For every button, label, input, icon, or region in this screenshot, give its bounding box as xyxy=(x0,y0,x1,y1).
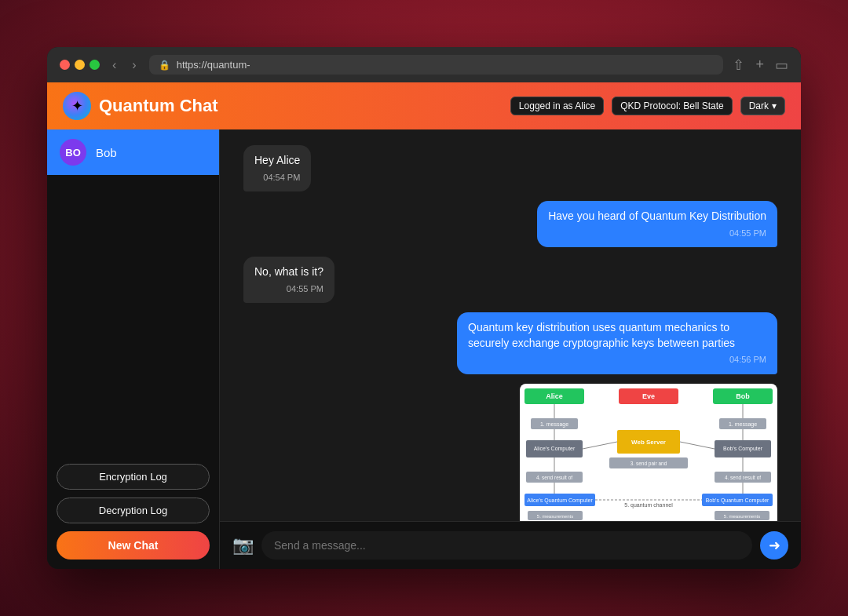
message-row-1: Hey Alice 04:54 PM xyxy=(243,145,777,191)
message-text-3: No, what is it? xyxy=(254,264,323,280)
app-logo-icon: ✦ xyxy=(63,92,91,120)
logged-in-badge: Logged in as Alice xyxy=(510,97,604,115)
app-title: Quantum Chat xyxy=(99,96,218,116)
message-text-2: Have you heard of Quantum Key Distributi… xyxy=(548,209,766,224)
messages-list: Hey Alice 04:54 PM Have you heard of Qua… xyxy=(220,129,801,521)
svg-text:Bob's Quantum Computer: Bob's Quantum Computer xyxy=(706,498,769,504)
message-time-2: 04:55 PM xyxy=(548,228,766,239)
minimize-button[interactable] xyxy=(75,60,85,70)
svg-text:4. send result of: 4. send result of xyxy=(725,475,761,480)
svg-text:3. send pair and: 3. send pair and xyxy=(631,461,667,467)
message-row-2: Have you heard of Quantum Key Distributi… xyxy=(243,201,777,247)
address-bar[interactable]: 🔒 https://quantum- xyxy=(149,55,724,75)
lock-icon: 🔒 xyxy=(159,60,170,71)
svg-text:4. send result of: 4. send result of xyxy=(536,475,572,480)
share-button[interactable]: ⇧ xyxy=(733,56,744,74)
message-row-5: Alice Eve Bob xyxy=(243,384,777,521)
new-tab-button[interactable]: + xyxy=(755,56,764,74)
message-time-3: 04:55 PM xyxy=(254,283,323,295)
svg-text:5. measurements: 5. measurements xyxy=(537,514,573,519)
svg-text:Bob: Bob xyxy=(736,392,750,400)
encryption-log-button[interactable]: Encryption Log xyxy=(57,464,210,490)
svg-text:1. message: 1. message xyxy=(540,421,568,428)
contacts-list: BO Bob xyxy=(47,129,219,454)
message-time-4: 04:56 PM xyxy=(468,354,766,366)
avatar-bob: BO xyxy=(60,139,86,166)
browser-chrome: ‹ › 🔒 https://quantum- ⇧ + ▭ xyxy=(47,47,801,82)
traffic-lights xyxy=(60,60,100,70)
svg-text:5. quantum channel: 5. quantum channel xyxy=(624,502,673,508)
svg-text:5. measurements: 5. measurements xyxy=(724,514,760,519)
svg-text:Bob's Computer: Bob's Computer xyxy=(723,446,763,452)
svg-text:1. message: 1. message xyxy=(729,421,757,428)
contact-name-bob: Bob xyxy=(96,146,117,159)
back-button[interactable]: ‹ xyxy=(109,56,119,74)
message-row-3: No, what is it? 04:55 PM xyxy=(243,257,777,303)
sidebar-bottom: Encryption Log Decryption Log New Chat xyxy=(47,454,219,569)
header-controls: Logged in as Alice QKD Protocol: Bell St… xyxy=(510,97,785,115)
message-input-area: 📷 ➜ xyxy=(220,521,801,569)
qkd-protocol-badge: QKD Protocol: Bell State xyxy=(612,97,732,115)
contact-item-bob[interactable]: BO Bob xyxy=(47,129,219,175)
message-input[interactable] xyxy=(261,531,752,560)
camera-button[interactable]: 📷 xyxy=(232,535,254,556)
app-content: ✦ Quantum Chat Logged in as Alice QKD Pr… xyxy=(47,82,801,569)
theme-selector[interactable]: Dark ▾ xyxy=(740,97,785,115)
message-row-4: Quantum key distribution uses quantum me… xyxy=(243,312,777,374)
message-text-4: Quantum key distribution uses quantum me… xyxy=(468,320,766,351)
message-bubble-2: Have you heard of Quantum Key Distributi… xyxy=(537,201,777,247)
svg-text:Alice's Computer: Alice's Computer xyxy=(534,446,576,452)
svg-text:Eve: Eve xyxy=(642,392,655,400)
chevron-down-icon: ▾ xyxy=(772,100,777,111)
svg-line-21 xyxy=(680,442,715,449)
tabs-button[interactable]: ▭ xyxy=(775,56,788,74)
send-button[interactable]: ➜ xyxy=(760,531,788,560)
message-text-1: Hey Alice xyxy=(254,153,300,169)
url-text: https://quantum- xyxy=(177,59,250,71)
message-bubble-3: No, what is it? 04:55 PM xyxy=(243,257,334,303)
svg-text:Alice's Quantum Computer: Alice's Quantum Computer xyxy=(527,498,593,504)
chat-area: Hey Alice 04:54 PM Have you heard of Qua… xyxy=(220,129,801,569)
forward-button[interactable]: › xyxy=(129,56,139,74)
app-logo: ✦ Quantum Chat xyxy=(63,92,218,120)
close-button[interactable] xyxy=(60,60,70,70)
sidebar: BO Bob Encryption Log Decryption Log New… xyxy=(47,129,220,569)
message-bubble-4: Quantum key distribution uses quantum me… xyxy=(457,312,777,374)
fullscreen-button[interactable] xyxy=(90,60,100,70)
decryption-log-button[interactable]: Decryption Log xyxy=(57,498,210,523)
app-header: ✦ Quantum Chat Logged in as Alice QKD Pr… xyxy=(47,82,801,129)
svg-text:Web Server: Web Server xyxy=(631,439,666,446)
main-layout: BO Bob Encryption Log Decryption Log New… xyxy=(47,129,801,569)
new-chat-button[interactable]: New Chat xyxy=(57,531,210,560)
message-bubble-1: Hey Alice 04:54 PM xyxy=(243,145,311,191)
browser-actions: ⇧ + ▭ xyxy=(733,56,788,74)
browser-window: ‹ › 🔒 https://quantum- ⇧ + ▭ ✦ Quantum C… xyxy=(47,47,801,569)
qkd-diagram: Alice Eve Bob xyxy=(520,384,777,521)
svg-line-20 xyxy=(583,442,617,449)
message-time-1: 04:54 PM xyxy=(254,172,300,184)
svg-text:Alice: Alice xyxy=(546,392,563,400)
